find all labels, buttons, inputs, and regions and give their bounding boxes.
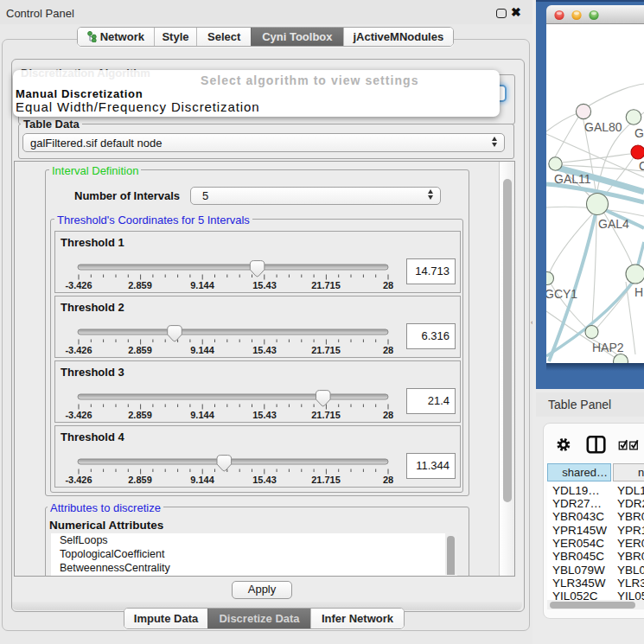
svg-text:HAP2: HAP2: [592, 341, 624, 354]
svg-text:GCY1: GCY1: [546, 287, 577, 301]
svg-text:GAL4: GAL4: [598, 217, 629, 231]
svg-text:GAL11: GAL11: [554, 172, 591, 186]
svg-text:GA: GA: [634, 126, 644, 140]
svg-text:H: H: [634, 285, 643, 299]
svg-text:C: C: [639, 159, 644, 173]
svg-text:GAL80: GAL80: [584, 120, 622, 134]
